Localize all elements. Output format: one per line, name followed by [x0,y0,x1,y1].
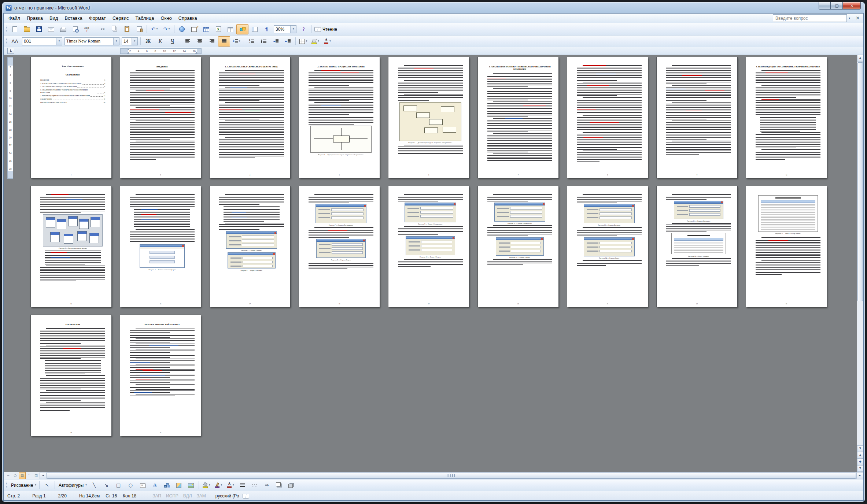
menu-item-help[interactable]: Справка [175,14,200,22]
figure-form[interactable] [584,237,634,256]
mail-button[interactable] [45,24,57,34]
vertical-ruler[interactable]: 246810121416182022242628 [7,57,13,179]
shadow-style-button[interactable] [273,480,285,490]
font-size-combo[interactable]: 14▾ [122,37,138,45]
rectangle-button[interactable]: □ [112,480,125,490]
menu-item-tools[interactable]: Сервис [109,14,132,22]
wordart-button[interactable] [149,480,161,490]
menu-item-insert[interactable]: Вставка [61,14,85,22]
styles-and-formatting-button[interactable]: АА [9,36,21,47]
outline-view-button[interactable]: ∷ [26,472,33,479]
dash-style-button[interactable] [249,480,261,490]
font-combo[interactable]: Times New Roman▾ [64,37,119,45]
document-page[interactable]: Рисунок 5 — Форма «Заявки»Рисунок 6 — Фо… [210,186,290,307]
fill-color-button[interactable]: ▾ [200,480,213,490]
new-document-button[interactable] [9,24,21,34]
figure-form[interactable] [406,236,455,255]
document-page[interactable]: Рисунок 7 — Форма «Поставщики»Рисунок 8 … [299,186,380,307]
underline-button[interactable]: Ч [166,36,178,47]
save-button[interactable] [33,24,45,34]
cut-button[interactable]: ✂ [97,24,109,34]
read-mode-button[interactable]: Чтение [313,24,339,34]
scroll-right-button[interactable]: ► [856,472,863,479]
document-page[interactable]: ВВЕДЕНИЕ3 [120,57,201,178]
figure-idef0[interactable] [310,126,371,153]
line-color-button[interactable]: ▾ [213,480,225,490]
align-right-button[interactable] [206,36,218,47]
document-page[interactable]: ЗАКЛЮЧЕНИЕ19 [31,315,111,436]
tab-stop-selector[interactable]: L [7,48,14,54]
left-indent-marker[interactable] [127,52,129,53]
picture-button[interactable] [185,480,197,490]
document-page[interactable]: 3. АНАЛИЗ ПРОГРАММНО-ТЕХНИЧЕСКОГО ОБЕСПЕ… [478,57,558,178]
web-layout-button[interactable]: ○ [12,472,19,479]
status-flag[interactable]: ВДЛ [183,493,192,499]
right-indent-marker[interactable] [195,52,198,53]
bullet-list-button[interactable] [258,36,270,47]
document-page[interactable]: Рисунок 9 — Форма «Сотрудники»Рисунок 10… [388,186,469,307]
figure-form[interactable] [674,201,723,219]
document-area[interactable]: 246810121416182022242628 Тема: «Отчет по… [4,55,863,472]
help-button[interactable]: ? [298,24,310,34]
outside-border-button[interactable]: ▾ [297,36,309,47]
font-color-drawing-button[interactable]: ▾ [225,480,237,490]
print-button[interactable] [57,24,69,34]
ruler-bottom-margin[interactable] [8,171,13,178]
drawing-button[interactable] [236,24,248,34]
autoshapes-menu-button[interactable]: Автофигуры▾ [56,480,88,490]
decrease-indent-button[interactable] [270,36,282,47]
ruler-top-margin[interactable] [8,58,13,66]
bold-button[interactable]: Ж [142,36,154,47]
document-page[interactable]: Рисунок 11 — Форма «Должности»Рисунок 12… [478,186,558,307]
previous-page-button[interactable]: ▲ [857,452,863,459]
vertical-scroll-track[interactable] [857,62,863,445]
text-box-button[interactable] [137,480,149,490]
toolbar-grip[interactable] [6,38,7,45]
status-flag[interactable]: ИСПР [166,493,178,499]
document-map-button[interactable] [248,24,261,34]
menu-item-format[interactable]: Формат [86,14,109,22]
document-page[interactable]: 4. РЕКОМЕНДАЦИИ ПО СОВЕРШЕНСТВОВАНИЮ КОМ… [746,57,827,178]
toc-entry[interactable]: 4. РЕКОМЕНДАЦИИ ПО СОВЕРШЕНСТВОВАНИЮ КОМ… [40,95,105,97]
question-dropdown-icon[interactable]: ▾ [848,16,851,21]
insert-table-button[interactable] [200,24,212,34]
figure-form[interactable] [316,204,366,223]
vertical-scrollbar[interactable]: ▲ ▼ ▲ ● ▼ [857,55,863,472]
document-page[interactable]: Рисунок 13 — Форма «Договор»Рисунок 14 —… [567,186,648,307]
insert-hyperlink-button[interactable] [176,24,188,34]
line-style-button[interactable] [237,480,249,490]
figure-schema[interactable] [43,214,103,247]
increase-indent-button[interactable] [282,36,294,47]
document-page[interactable]: 8 [567,57,648,178]
print-layout-button[interactable]: ▤ [19,472,26,479]
font-color-button[interactable]: ▾ [321,36,333,47]
show-formatting-marks-button[interactable]: ¶ [261,24,273,34]
zoom-combo-arrow-icon[interactable]: ▾ [290,26,296,33]
diagram-button[interactable] [161,480,173,490]
print-preview-button[interactable] [69,24,81,34]
figure-form[interactable] [405,203,457,222]
arrow-style-button[interactable]: ⇒ [261,480,273,490]
format-painter-button[interactable] [133,24,145,34]
align-center-button[interactable] [194,36,206,47]
help-question-input[interactable]: Введите вопрос [773,14,847,22]
figure-form[interactable] [584,204,634,223]
menu-item-window[interactable]: Окно [157,14,175,22]
font-combo-arrow-icon[interactable]: ▾ [113,38,119,45]
title-bar[interactable]: W отчет по практике - Microsoft Word — ▢… [2,2,865,13]
copy-button[interactable] [109,24,121,34]
toc-entry[interactable]: ВВЕДЕНИЕ3 [40,79,105,82]
figure-form[interactable] [494,203,545,222]
select-browse-object-button[interactable]: ● [857,459,863,465]
style-combo-arrow-icon[interactable]: ▾ [56,38,62,45]
font-size-combo-arrow-icon[interactable]: ▾ [132,38,137,45]
select-objects-button[interactable]: ↖ [41,480,53,490]
align-justify-button[interactable] [218,36,230,47]
figure-window[interactable] [140,244,185,268]
horizontal-ruler[interactable]: 246810121416 [120,48,202,54]
toolbar-grip[interactable] [6,26,7,33]
document-page[interactable]: Рисунок 4 — Главная кнопочная форма16 [120,186,201,307]
arrow-button[interactable]: ↘ [100,480,112,490]
close-document-button[interactable]: × [855,15,861,21]
document-page[interactable]: Рисунок 17 — Отчет «Реестр заявок»23 [746,186,827,307]
